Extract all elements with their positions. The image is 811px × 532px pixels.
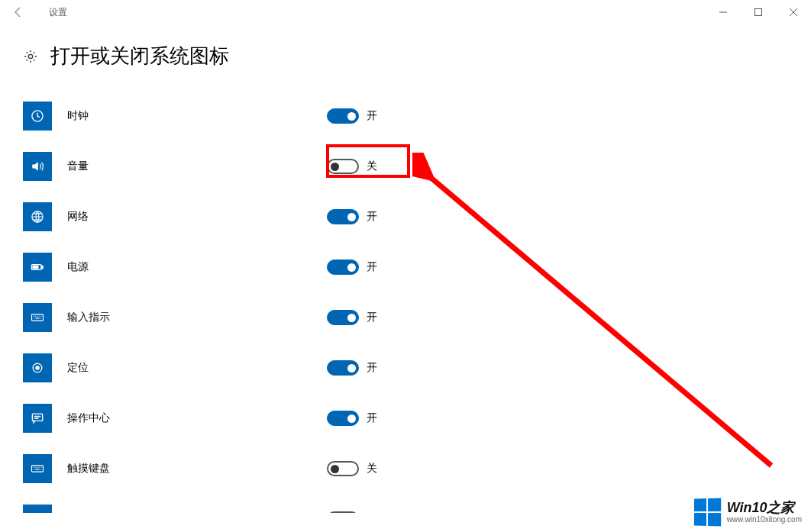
setting-row-action-center: 操作中心开 [23,393,788,443]
setting-row-network: 网络开 [23,192,788,242]
toggle-wrap-input: 开 [327,310,377,325]
toggle-state-label-network: 开 [367,210,377,224]
volume-icon [23,152,52,181]
toggle-wrap-network: 开 [327,209,377,224]
globe-icon [23,202,52,231]
titlebar: 设置 [0,0,811,24]
setting-row-location: 定位开 [23,343,788,393]
svg-point-2 [28,54,32,58]
setting-label-network: 网络 [67,210,327,224]
toggle-input[interactable] [327,310,359,325]
page-header: 打开或关闭系统图标 [23,43,788,69]
close-button[interactable] [776,0,811,24]
setting-row-clock: 时钟开 [23,91,788,141]
content-area: 打开或关闭系统图标 时钟开音量关网络开电源开输入指示开定位开操作中心开触摸键盘关… [0,24,811,513]
toggle-action-center[interactable] [327,411,359,426]
setting-row-touch-keyboard: 触摸键盘关 [23,443,788,494]
battery-icon [23,253,52,282]
watermark-title: Win10之家 [727,501,802,516]
toggle-state-label-windows-ink: 关 [367,512,377,513]
back-button[interactable] [0,0,37,24]
setting-label-power: 电源 [67,260,327,274]
setting-label-touch-keyboard: 触摸键盘 [67,462,327,476]
toggle-state-label-clock: 开 [367,109,377,123]
clock-icon [23,102,52,131]
toggle-wrap-action-center: 开 [327,411,377,426]
setting-label-clock: 时钟 [67,109,327,123]
message-icon [23,404,52,433]
svg-rect-11 [32,414,42,421]
svg-rect-1 [755,9,762,16]
target-icon [23,353,52,382]
toggle-wrap-power: 开 [327,260,377,275]
toggle-wrap-touch-keyboard: 关 [327,461,377,476]
toggle-volume[interactable] [327,159,359,174]
toggle-touch-keyboard[interactable] [327,461,359,476]
maximize-button[interactable] [741,0,776,24]
setting-label-location: 定位 [67,361,327,375]
setting-label-input: 输入指示 [67,311,327,324]
setting-row-windows-ink: Windows Ink 工作区关 [23,494,788,513]
setting-row-input: 输入指示开 [23,292,788,343]
toggle-state-label-power: 开 [367,260,377,274]
toggle-windows-ink[interactable] [327,511,359,513]
page-title: 打开或关闭系统图标 [50,43,229,69]
svg-rect-12 [32,466,44,472]
toggle-state-label-touch-keyboard: 关 [367,462,377,476]
svg-point-10 [36,366,39,369]
setting-label-volume: 音量 [67,160,327,173]
setting-label-action-center: 操作中心 [67,411,327,425]
keyboard-icon [23,303,52,332]
gear-icon [23,49,38,64]
toggle-state-label-volume: 关 [367,160,377,173]
watermark: Win10之家 www.win10xitong.com [693,498,802,526]
toggle-power[interactable] [327,260,359,275]
toggle-wrap-location: 开 [327,360,377,376]
toggle-state-label-input: 开 [367,311,377,324]
toggle-location[interactable] [327,360,359,376]
toggle-state-label-location: 开 [367,361,377,375]
setting-row-volume: 音量关 [23,141,788,192]
toggle-wrap-volume: 关 [327,159,377,174]
svg-rect-6 [41,266,43,268]
svg-rect-8 [32,314,44,321]
toggle-wrap-windows-ink: 关 [327,511,377,513]
pen-icon [23,505,52,513]
watermark-url: www.win10xitong.com [727,515,802,524]
toggle-clock[interactable] [327,108,359,124]
toggle-state-label-action-center: 开 [367,411,377,425]
setting-label-windows-ink: Windows Ink 工作区 [67,512,327,513]
keyboard-icon [23,454,52,483]
window-title: 设置 [37,6,706,19]
svg-rect-7 [33,266,38,268]
toggle-network[interactable] [327,209,359,224]
setting-row-power: 电源开 [23,242,788,292]
minimize-button[interactable] [706,0,741,24]
windows-logo-icon [694,498,721,526]
toggle-wrap-clock: 开 [327,108,377,124]
